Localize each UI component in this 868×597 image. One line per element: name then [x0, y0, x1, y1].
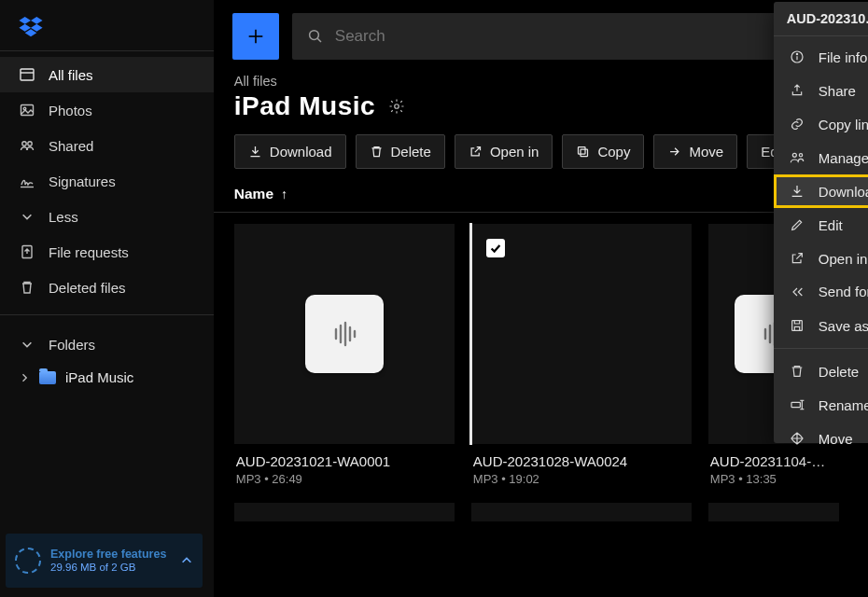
- ctx-item-send-for-review[interactable]: Send for reviewNew: [774, 275, 868, 309]
- move-button[interactable]: Move: [653, 134, 737, 169]
- svg-point-15: [309, 31, 318, 40]
- file-meta: MP3 • 13:35: [710, 472, 837, 486]
- divider: [214, 212, 868, 213]
- audio-file-icon: [305, 295, 384, 373]
- sidebar-item-label: Less: [49, 209, 78, 225]
- checkbox-checked-icon[interactable]: [486, 239, 505, 257]
- svg-line-16: [317, 38, 321, 42]
- svg-rect-18: [581, 149, 588, 157]
- folder-icon: [39, 371, 56, 384]
- photos-icon: [19, 102, 35, 118]
- sidebar-item-label: Deleted files: [49, 280, 126, 296]
- svg-point-8: [23, 107, 26, 110]
- folder-label: iPad Music: [65, 369, 133, 385]
- trash-icon: [19, 279, 35, 296]
- ctx-item-rename[interactable]: Rename: [774, 388, 868, 422]
- breadcrumb-root[interactable]: All files: [234, 74, 277, 89]
- file-thumbnail-peek[interactable]: [234, 503, 455, 521]
- chevron-down-icon: [19, 208, 35, 225]
- ctx-item-move[interactable]: Move: [774, 422, 868, 455]
- page-title-row: iPad Music: [214, 90, 868, 131]
- list-header[interactable]: Name ↑: [214, 176, 868, 212]
- file-name: AUD-20231028-WA0024: [473, 453, 690, 469]
- button-label: Download: [270, 144, 332, 160]
- svg-point-10: [28, 142, 32, 146]
- divider: [0, 314, 214, 315]
- save-icon: [789, 317, 805, 334]
- delete-button[interactable]: Delete: [356, 134, 445, 169]
- promo-banner[interactable]: Explore free features 29.96 MB of 2 GB: [6, 534, 203, 588]
- folders-header-label: Folders: [49, 337, 95, 353]
- file-thumbnail[interactable]: [471, 224, 692, 444]
- folder-item-ipad-music[interactable]: iPad Music: [0, 362, 214, 393]
- file-thumbnail-peek[interactable]: [708, 503, 839, 521]
- sidebar-item-shared[interactable]: Shared: [0, 128, 214, 163]
- sidebar-item-deleted-files[interactable]: Deleted files: [0, 270, 214, 305]
- main-panel: All files iPad Music Download Delete Ope…: [214, 0, 868, 597]
- sidebar-item-file-requests[interactable]: File requests: [0, 234, 214, 270]
- action-bar: Download Delete Open in Copy Move Edit: [214, 131, 868, 176]
- sidebar: All files Photos Shared Signatures Less …: [0, 0, 214, 597]
- button-label: Delete: [391, 144, 431, 160]
- svg-rect-39: [791, 402, 800, 407]
- context-menu-title: AUD-202310...-WA0024.mp3: [774, 2, 868, 36]
- ctx-item-open-in[interactable]: Open in›: [774, 242, 868, 275]
- promo-text: Explore free features 29.96 MB of 2 GB: [50, 548, 171, 575]
- download-icon: [789, 183, 805, 200]
- sort-arrow-up-icon: ↑: [281, 187, 287, 201]
- file-thumbnail-peek[interactable]: [471, 503, 692, 521]
- sidebar-item-less[interactable]: Less: [0, 199, 214, 234]
- svg-point-37: [799, 154, 802, 157]
- dropbox-logo[interactable]: [0, 0, 214, 50]
- top-bar: [214, 0, 868, 67]
- info-icon: [789, 49, 805, 65]
- ctx-item-manage-permissions[interactable]: Manage permissions: [774, 141, 868, 174]
- copy-button[interactable]: Copy: [562, 134, 644, 169]
- ctx-item-file-info[interactable]: File info: [774, 40, 868, 74]
- ctx-item-delete[interactable]: Delete: [774, 354, 868, 388]
- ctx-item-edit[interactable]: Edit: [774, 208, 868, 242]
- shared-icon: [19, 137, 35, 154]
- file-meta: MP3 • 19:02: [473, 472, 690, 486]
- sidebar-nav: All files Photos Shared Signatures Less …: [0, 51, 214, 305]
- search-icon: [307, 28, 324, 45]
- file-requests-icon: [19, 243, 35, 260]
- sidebar-item-label: Signatures: [49, 174, 116, 189]
- add-button[interactable]: [232, 13, 279, 60]
- open-in-button[interactable]: Open in: [455, 134, 553, 169]
- ctx-item-download[interactable]: Download: [774, 174, 868, 208]
- button-label: Copy: [597, 144, 630, 160]
- file-card[interactable]: AUD-20231028-WA0024 MP3 • 19:02: [471, 224, 692, 486]
- folders-header[interactable]: Folders: [0, 326, 214, 362]
- gear-icon[interactable]: [388, 98, 405, 115]
- file-thumbnail[interactable]: [234, 224, 455, 444]
- page-title: iPad Music: [234, 91, 375, 121]
- sidebar-item-label: Photos: [49, 103, 92, 118]
- sidebar-item-label: File requests: [49, 244, 129, 260]
- ctx-item-copy-link[interactable]: Copy link: [774, 107, 868, 141]
- edit-icon: [789, 216, 805, 233]
- sidebar-item-signatures[interactable]: Signatures: [0, 163, 214, 199]
- file-card[interactable]: AUD-20231021-WA0001 MP3 • 26:49: [234, 224, 455, 486]
- button-label: Move: [689, 144, 723, 160]
- download-button[interactable]: Download: [234, 134, 346, 169]
- file-grid: AUD-20231021-WA0001 MP3 • 26:49 AUD-2023…: [214, 224, 868, 486]
- rename-icon: [789, 396, 805, 413]
- sidebar-item-all-files[interactable]: All files: [0, 57, 214, 92]
- column-name: Name: [234, 186, 273, 202]
- svg-rect-38: [791, 321, 802, 331]
- context-menu: AUD-202310...-WA0024.mp3 File info Share…: [774, 2, 868, 443]
- search-input[interactable]: [335, 27, 834, 46]
- ctx-item-save-as[interactable]: Save as...›: [774, 309, 868, 342]
- file-name: AUD-20231021-WA0001: [236, 453, 453, 469]
- button-label: Open in: [490, 144, 539, 160]
- svg-rect-5: [21, 69, 34, 80]
- svg-point-35: [796, 53, 797, 54]
- review-icon: [789, 284, 805, 300]
- ctx-item-share[interactable]: Share›: [774, 74, 868, 107]
- breadcrumb: All files: [214, 67, 868, 90]
- sidebar-item-photos[interactable]: Photos: [0, 92, 214, 128]
- files-icon: [19, 66, 35, 83]
- search-box[interactable]: [292, 13, 849, 60]
- move-icon: [789, 430, 805, 447]
